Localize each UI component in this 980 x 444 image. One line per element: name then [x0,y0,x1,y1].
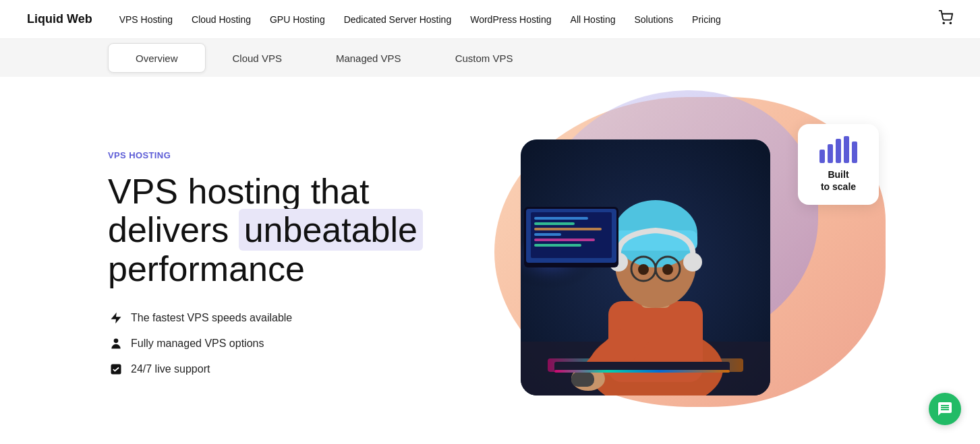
built-label: Builtto scale [821,168,856,193]
feature-text: The fastest VPS speeds available [131,312,292,324]
feature-check: 24/7 live support [108,361,459,377]
svg-point-19 [683,253,702,272]
svg-rect-30 [534,222,575,225]
sub-nav-overview[interactable]: Overview [108,43,206,73]
nav-link-solutions[interactable]: Solutions [634,14,673,25]
svg-rect-33 [534,239,595,241]
svg-rect-25 [554,370,730,373]
svg-point-2 [114,338,119,343]
svg-rect-29 [534,217,588,220]
chart-bar [844,136,849,163]
cart-icon[interactable] [938,10,953,28]
hero-title-highlight: unbeatable [239,209,423,251]
person-icon [108,336,124,352]
feature-text: Fully managed VPS options [131,338,264,350]
chart-bar [819,150,825,163]
nav-link-pricing[interactable]: Pricing [692,14,721,25]
bolt-icon [108,310,124,326]
svg-point-20 [638,264,649,275]
svg-rect-34 [534,244,581,247]
svg-point-0 [943,22,944,24]
chart-bars [819,136,857,163]
feature-text: 24/7 live support [131,363,210,375]
feature-bolt: The fastest VPS speeds available [108,310,459,326]
sub-nav-managed-vps[interactable]: Managed VPS [309,43,428,73]
svg-rect-31 [534,228,602,230]
features-list: The fastest VPS speeds availableFully ma… [108,310,459,377]
feature-person: Fully managed VPS options [108,336,459,352]
chat-button[interactable] [929,393,961,425]
check-icon [108,361,124,377]
hero-title-after: performance [108,249,305,288]
brand-logo[interactable]: Liquid Web [27,12,92,26]
svg-rect-32 [534,233,561,236]
hero-image-card [521,139,770,395]
sub-nav-cloud-vps[interactable]: Cloud VPS [206,43,309,73]
nav-link-gpu-hosting[interactable]: GPU Hosting [270,14,325,25]
hero-badge: VPS hosting [108,150,459,160]
main-nav: Liquid Web VPS HostingCloud HostingGPU H… [0,0,980,39]
svg-point-1 [950,22,951,24]
hero-left: VPS hosting VPS hosting that delivers un… [108,104,459,417]
nav-link-all-hosting[interactable]: All Hosting [571,14,616,25]
chart-bar [852,141,857,163]
chart-bar [836,139,841,163]
hero-title: VPS hosting that delivers unbeatable per… [108,172,459,288]
sub-nav: OverviewCloud VPSManaged VPSCustom VPS [0,39,980,77]
nav-link-vps-hosting[interactable]: VPS Hosting [119,14,173,25]
chart-bar [828,144,833,163]
built-to-scale-card: Builtto scale [798,124,879,205]
svg-rect-23 [571,372,594,387]
nav-link-cloud-hosting[interactable]: Cloud Hosting [192,14,251,25]
hero-right: Builtto scale [459,104,872,417]
nav-links: VPS HostingCloud HostingGPU HostingDedic… [119,14,917,25]
hero-section: VPS hosting VPS hosting that delivers un… [0,77,980,444]
nav-link-wordpress-hosting[interactable]: WordPress Hosting [470,14,551,25]
sub-nav-custom-vps[interactable]: Custom VPS [428,43,540,73]
nav-link-dedicated-server[interactable]: Dedicated Server Hosting [344,14,452,25]
svg-point-21 [662,264,673,275]
